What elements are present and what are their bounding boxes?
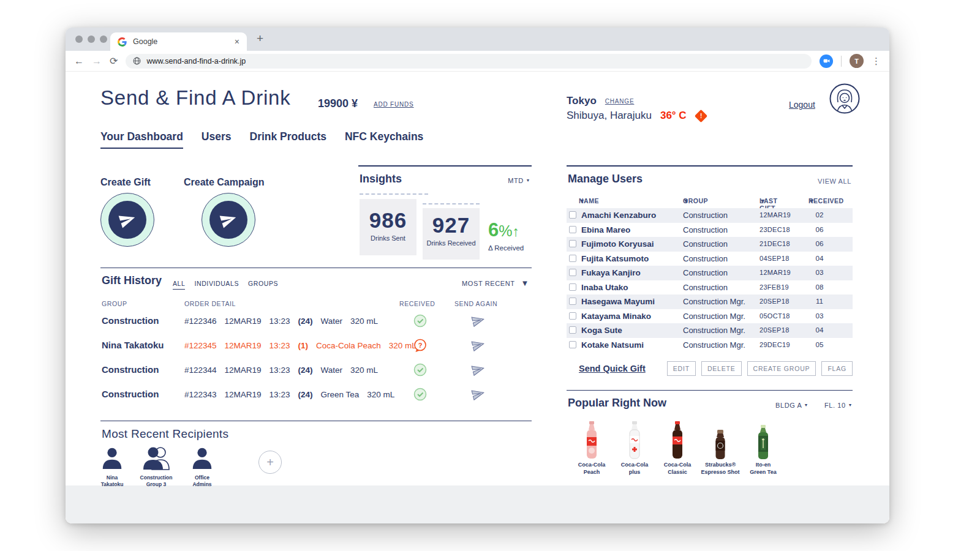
product-strabucks-espresso-shot[interactable]: Strabucks®Espresso Shot: [699, 419, 742, 476]
chevron-down-icon: ▼: [683, 197, 690, 204]
toolbar-divider: [841, 56, 842, 67]
table-row: Hasegawa MayumiConstruction Mgr.20SEP181…: [567, 294, 853, 309]
nav-users[interactable]: Users: [202, 130, 232, 149]
bottle-image: [699, 419, 742, 459]
drinks-sent-label: Drinks Sent: [360, 234, 417, 242]
user-checkbox[interactable]: [569, 341, 576, 348]
location-district: Shibuya, Harajuku: [567, 110, 652, 122]
recipient-construction-group[interactable]: ConstructionGroup 3: [134, 446, 178, 488]
delta-received: 6%↑ Δ Received: [488, 219, 524, 252]
user-checkbox[interactable]: [569, 269, 576, 276]
add-recipient-button[interactable]: +: [258, 451, 282, 474]
table-row: Inaba UtakoConstruction23FEB1908: [567, 280, 853, 295]
send-again-icon[interactable]: [472, 314, 484, 329]
main-nav: Your Dashboard Users Drink Products NFC …: [100, 130, 423, 149]
create-campaign-button[interactable]: [202, 193, 255, 247]
view-all-link[interactable]: VIEW ALL: [818, 178, 851, 185]
logout-link[interactable]: Logout: [789, 100, 815, 110]
recipient-nina[interactable]: NinaTakatoku: [90, 446, 134, 488]
edit-button[interactable]: EDIT: [667, 361, 696, 376]
tab-close-icon[interactable]: ×: [235, 37, 239, 46]
drinks-received-label: Drinks Received: [423, 239, 480, 247]
address-bar[interactable]: www.send-and-find-a-drink.jp: [126, 54, 812, 69]
delta-label: Δ Received: [488, 244, 524, 252]
send-again-icon[interactable]: [472, 339, 484, 354]
product-coca-cola-plus[interactable]: Coca-Colaplus: [613, 419, 656, 476]
user-checkbox[interactable]: [569, 298, 576, 305]
insights-period-dropdown[interactable]: MTD ▼: [508, 177, 530, 184]
page-content: Send & Find A Drink 19900 ¥ ADD FUNDS To…: [66, 72, 889, 523]
create-gift-button[interactable]: [100, 193, 154, 247]
gift-history-filters: ALL INDIVIDUALS GROUPS: [173, 280, 278, 290]
browser-profile-avatar[interactable]: T: [850, 54, 864, 68]
chevron-down-icon: ▼: [804, 403, 809, 407]
user-checkbox[interactable]: [569, 326, 576, 334]
gift-history-title: Gift History: [102, 274, 162, 287]
url-text: www.send-and-find-a-drink.jp: [146, 57, 246, 66]
user-checkbox[interactable]: [569, 312, 576, 320]
filter-individuals[interactable]: INDIVIDUALS: [194, 280, 239, 290]
reload-icon[interactable]: ⟳: [110, 56, 118, 66]
send-again-icon[interactable]: [472, 363, 484, 378]
table-row: Fukaya KanjiroConstruction12MAR1903: [567, 266, 853, 280]
table-row: Ebina MareoConstruction23DEC1806: [567, 223, 853, 238]
change-location-link[interactable]: CHANGE: [605, 98, 635, 105]
bottle-image: [656, 419, 699, 459]
manage-users-actions: EDIT DELETE CREATE GROUP FLAG: [667, 361, 853, 376]
drinks-sent-value: 986: [360, 208, 417, 233]
received-question-icon: ?: [413, 339, 427, 355]
user-checkbox[interactable]: [569, 240, 576, 247]
chevron-down-icon: ▼: [809, 197, 815, 204]
user-checkbox[interactable]: [569, 211, 576, 219]
col-received: RECEIVED: [399, 300, 435, 307]
new-tab-button[interactable]: +: [257, 32, 263, 45]
dash-divider: [423, 203, 480, 204]
send-again-icon[interactable]: [472, 388, 484, 403]
product-ito-en-green-tea[interactable]: Ito-enGreen Tea: [742, 419, 785, 476]
video-extension-icon[interactable]: [820, 54, 833, 68]
flag-button[interactable]: FLAG: [821, 361, 853, 376]
manage-users-panel: Manage Users VIEW ALL NAME ▼ GROUP ▼ LAS…: [567, 165, 853, 390]
create-gift-label: Create Gift: [100, 177, 151, 188]
close-window-button[interactable]: [75, 36, 83, 43]
nav-your-dashboard[interactable]: Your Dashboard: [100, 130, 183, 149]
forward-icon[interactable]: →: [92, 56, 102, 66]
chevron-down-icon: ▼: [526, 178, 530, 182]
send-quick-gift-link[interactable]: Send Quick Gift: [579, 364, 646, 373]
back-icon[interactable]: ←: [74, 56, 84, 66]
browser-window: Google × + ← → ⟳ www.send-and-find-a-dri…: [66, 28, 889, 523]
maximize-window-button[interactable]: [100, 36, 107, 43]
create-group-button[interactable]: CREATE GROUP: [747, 361, 816, 376]
manage-users-rows: Amachi KenzaburoConstruction12MAR1902 Eb…: [567, 208, 853, 352]
delete-button[interactable]: DELETE: [701, 361, 742, 376]
user-avatar[interactable]: [829, 83, 861, 114]
received-check-icon: [413, 363, 427, 379]
user-checkbox[interactable]: [569, 226, 576, 233]
minimize-window-button[interactable]: [88, 36, 95, 43]
product-coca-cola-peach[interactable]: Coca-ColaPeach: [570, 419, 613, 476]
user-checkbox[interactable]: [569, 255, 576, 262]
plus-icon: +: [266, 455, 274, 470]
gift-group: Nina Takatoku: [102, 333, 164, 358]
location-block: Tokyo CHANGE Shibuya, Harajuku 36° C !: [567, 95, 706, 122]
nav-drink-products[interactable]: Drink Products: [250, 130, 326, 149]
browser-tab[interactable]: Google ×: [110, 32, 247, 51]
filter-groups[interactable]: GROUPS: [248, 280, 278, 290]
col-group: GROUP: [102, 300, 127, 307]
table-row: Construction #12234412MAR1913:23(24)Wate…: [100, 358, 532, 382]
gift-group: Construction: [102, 358, 159, 382]
browser-menu-icon[interactable]: ⋮: [872, 56, 881, 67]
product-coca-cola-classic[interactable]: Coca-ColaClassic: [656, 419, 699, 476]
delta-value: 6: [488, 219, 499, 241]
filter-all[interactable]: ALL: [173, 280, 185, 290]
table-row: Amachi KenzaburoConstruction12MAR1902: [567, 208, 853, 223]
sort-dropdown[interactable]: MOST RECENT▼: [462, 279, 529, 288]
drinks-received-card: 927 Drinks Received: [423, 208, 480, 260]
add-funds-link[interactable]: ADD FUNDS: [374, 101, 414, 108]
floor-dropdown[interactable]: FL. 10 ▼: [824, 402, 853, 409]
nav-nfc-keychains[interactable]: NFC Keychains: [345, 130, 423, 149]
bottle-image: [613, 419, 656, 459]
recipient-office-admins[interactable]: OfficeAdmins: [180, 446, 224, 488]
user-checkbox[interactable]: [569, 283, 576, 291]
building-dropdown[interactable]: BLDG A ▼: [775, 402, 809, 409]
